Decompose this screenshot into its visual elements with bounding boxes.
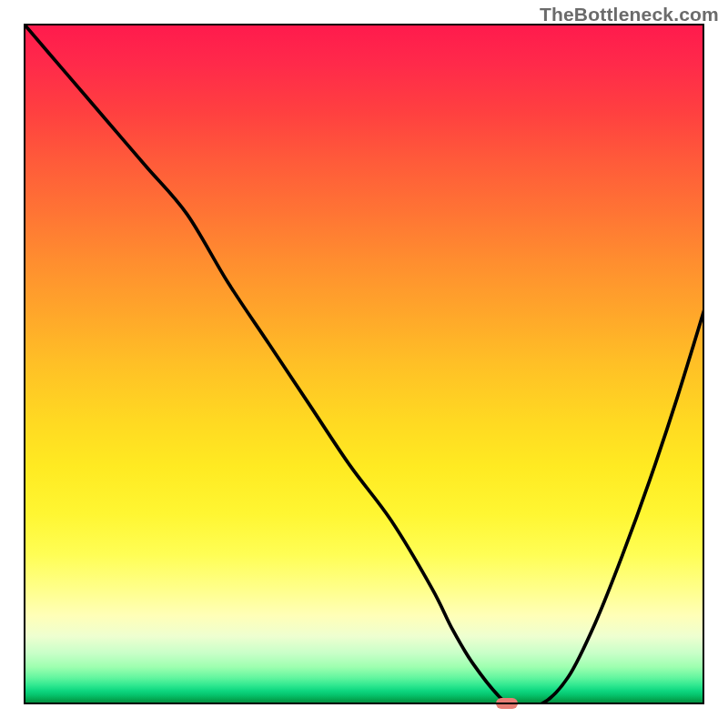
chart-container: TheBottleneck.com xyxy=(0,0,728,728)
attribution-text: TheBottleneck.com xyxy=(540,4,719,25)
plot-area xyxy=(24,24,704,704)
optimal-marker xyxy=(496,698,518,709)
gradient-background xyxy=(24,24,704,704)
